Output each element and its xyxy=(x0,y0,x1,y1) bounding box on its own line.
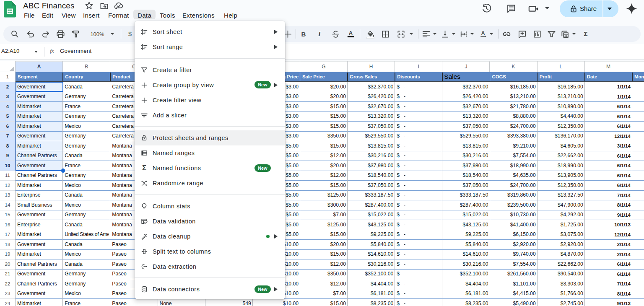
svg-text:A: A xyxy=(348,29,352,36)
svg-text:A: A xyxy=(481,30,485,36)
